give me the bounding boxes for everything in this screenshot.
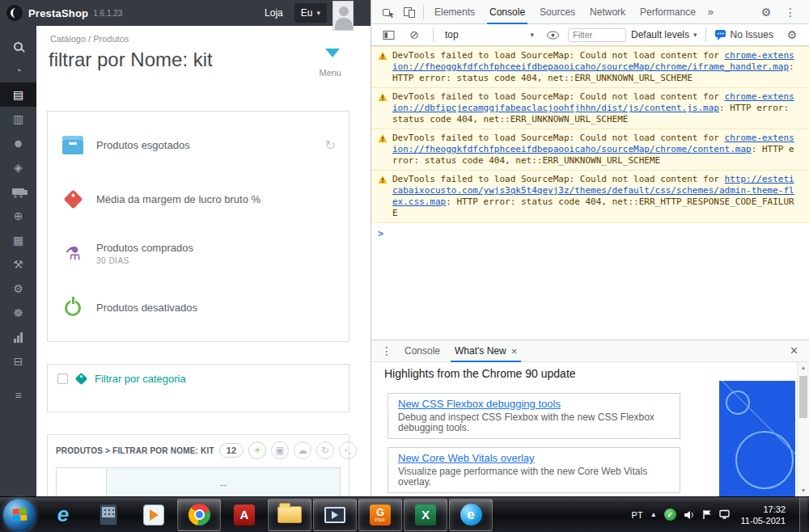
chrome-90-artwork <box>719 381 795 496</box>
sidebar-item-price-rules[interactable]: ◈ <box>0 155 36 179</box>
flask-icon: ⚗ <box>65 245 81 263</box>
sql-query-button[interactable]: >_ <box>339 441 357 459</box>
products-panel: PRODUTOS > FILTRAR POR NOME: KIT 12 + ▣ … <box>47 434 349 496</box>
sidebar-item-modules[interactable]: ▦ <box>0 228 36 252</box>
drawer-menu-icon[interactable]: ⋮ <box>376 340 397 361</box>
tab-console[interactable]: Console <box>482 0 532 24</box>
devtools-menu-icon[interactable]: ⋮ <box>780 2 801 23</box>
taskbar-edge-browser[interactable]: e <box>449 499 493 531</box>
tab-elements[interactable]: Elements <box>427 0 482 24</box>
whats-new-card-link[interactable]: New CSS Flexbox debugging tools <box>398 398 670 410</box>
prestashop-content: Catálogo / Produtos filtrar por Nome: ki… <box>36 26 358 496</box>
taskbar-internet-explorer[interactable]: e <box>41 499 85 531</box>
sidebar-item-customers[interactable]: ☻ <box>0 131 36 155</box>
console-filter-input[interactable] <box>568 28 626 42</box>
taskbar-pdf-app[interactable]: GPDF <box>358 499 402 531</box>
sidebar-item-preferences[interactable]: ⚙ <box>0 277 36 301</box>
table-filter-cell[interactable]: -- <box>107 468 340 496</box>
stock-box-icon: ⊟ <box>14 355 23 368</box>
warning-icon <box>378 133 388 146</box>
log-levels-select[interactable]: Default levels ▾ <box>631 29 697 40</box>
execution-context-select[interactable]: top ▾ <box>442 29 537 40</box>
sidebar-item-search[interactable] <box>0 34 36 58</box>
security-shield-icon[interactable]: ✓ <box>664 509 676 521</box>
menu-dropdown-icon[interactable] <box>325 49 340 57</box>
close-drawer-icon[interactable]: × <box>784 344 804 358</box>
taskbar-media-player[interactable] <box>132 499 176 531</box>
taskbar-chrome[interactable] <box>177 499 221 531</box>
sidebar-item-dashboard[interactable]: ◔ <box>0 58 36 82</box>
sidebar-item-orders[interactable]: ▥ <box>0 107 36 131</box>
console-prompt[interactable]: > <box>371 223 809 244</box>
screen: PrestaShop 1.6.1.23 Loja Eu ▾ ◔ ▤ ▥ ☻ ◈ … <box>0 0 809 532</box>
category-filter-checkbox[interactable] <box>57 374 68 384</box>
sidebar-item-stock[interactable]: ⊟ <box>0 349 36 374</box>
tab-sources[interactable]: Sources <box>532 0 582 24</box>
import-cloud-button[interactable]: ☁ <box>294 441 311 459</box>
avatar[interactable] <box>332 1 354 31</box>
divider <box>423 5 424 19</box>
network-icon[interactable] <box>719 509 731 520</box>
drawer-tab-console[interactable]: Console <box>397 340 447 362</box>
tab-network[interactable]: Network <box>582 0 633 24</box>
devtools-drawer: ⋮ Console What's New × × Highlights from… <box>371 340 809 496</box>
taskbar-calculator[interactable] <box>87 499 130 531</box>
whats-new-card-link[interactable]: New Core Web Vitals overlay <box>398 452 670 464</box>
scroll-down-arrow[interactable]: ▼ <box>798 485 809 496</box>
clock[interactable]: 17:32 11-05-2021 <box>738 504 792 526</box>
breadcrumb-catalog[interactable]: Catálogo <box>50 34 86 44</box>
issues-button[interactable]: No Issues <box>714 29 773 41</box>
stat-label: Produtos esgotados <box>96 139 190 151</box>
devtools-settings-gear-icon[interactable]: ⚙ <box>756 2 777 23</box>
show-hidden-icons-arrow[interactable]: ▲ <box>650 511 657 518</box>
console-toolbar: ⊘ top ▾ Default levels ▾ No Issues ⚙ <box>371 24 809 46</box>
show-desktop-button[interactable] <box>799 497 807 532</box>
sidebar-item-menu[interactable]: ≡ <box>0 383 36 407</box>
volume-icon[interactable] <box>684 510 695 520</box>
taskbar-video-editor[interactable] <box>313 499 357 531</box>
user-menu[interactable]: Eu ▾ <box>294 3 327 23</box>
sidebar-item-stats[interactable] <box>0 325 36 349</box>
scroll-up-arrow[interactable]: ▲ <box>798 362 809 374</box>
red-tag-icon <box>63 189 83 209</box>
taskbar-excel[interactable]: X <box>404 499 447 531</box>
console-warning: DevTools failed to load SourceMap: Could… <box>371 46 809 88</box>
close-tab-icon[interactable]: × <box>511 346 518 357</box>
live-expression-eye-icon[interactable] <box>542 24 563 45</box>
sidebar-item-shipping[interactable] <box>0 179 36 204</box>
sidebar-item-catalog[interactable]: ▤ <box>0 82 36 107</box>
device-toolbar-icon[interactable] <box>399 2 420 23</box>
action-center-flag-icon[interactable] <box>702 509 712 520</box>
more-tabs-chevron[interactable]: » <box>703 6 718 18</box>
taskbar-file-explorer[interactable] <box>268 499 311 531</box>
category-filter-label[interactable]: Filtrar por categoria <box>95 373 186 385</box>
sidebar-item-advanced-parameters[interactable]: ☸ <box>0 301 36 325</box>
language-indicator[interactable]: PT <box>632 510 643 520</box>
stat-row-margin: Média da margem de lucro bruto % <box>48 172 349 226</box>
customers-icon: ☻ <box>12 137 24 150</box>
edge-browser-icon: e <box>460 504 482 526</box>
drawer-tab-whats-new[interactable]: What's New × <box>447 340 524 362</box>
refresh-list-button[interactable]: ↻ <box>316 441 334 459</box>
add-product-button[interactable]: + <box>248 441 266 459</box>
acrobat-reader-icon: A <box>234 505 255 526</box>
taskbar-acrobat-reader[interactable]: A <box>222 499 266 531</box>
search-icon <box>14 42 23 51</box>
breadcrumb-products[interactable]: Produtos <box>93 34 129 44</box>
sidebar-item-tools[interactable]: ⚒ <box>0 252 36 277</box>
whats-new-card-description: Visualize page performance with the new … <box>398 467 670 488</box>
sidebar-item-localization[interactable]: ⊕ <box>0 204 36 228</box>
export-button[interactable]: ▣ <box>271 441 289 459</box>
inspect-element-icon[interactable] <box>378 2 399 23</box>
tab-performance[interactable]: Performance <box>633 0 703 24</box>
drawer-tab-label: What's New <box>455 340 506 362</box>
stat-label: Produtos desativados <box>96 302 197 314</box>
warning-icon <box>378 92 388 105</box>
console-settings-gear-icon[interactable]: ⚙ <box>781 24 803 45</box>
console-sidebar-toggle-icon[interactable] <box>378 24 399 45</box>
clear-console-icon[interactable]: ⊘ <box>404 24 425 45</box>
shop-link[interactable]: Loja <box>265 7 283 19</box>
refresh-icon[interactable]: ↻ <box>325 137 336 153</box>
start-button[interactable] <box>3 499 36 531</box>
scrollbar-thumb[interactable] <box>799 376 807 418</box>
